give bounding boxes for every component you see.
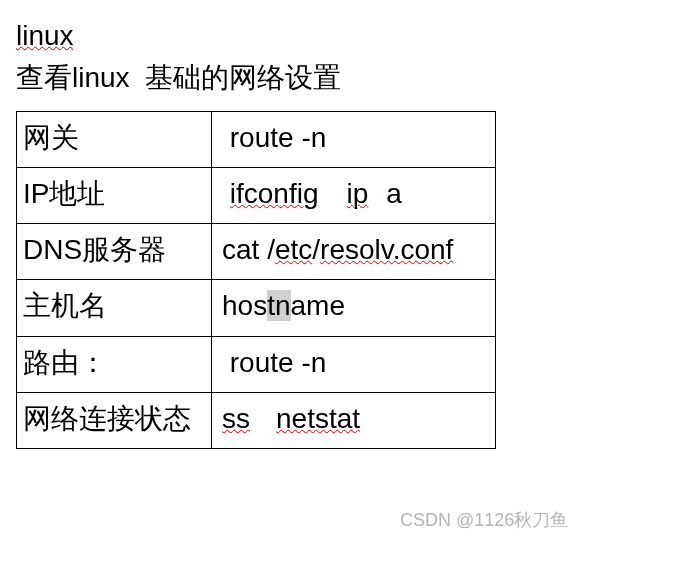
cmd-text: route -n [230,347,327,378]
cmd-text: route -n [230,122,327,153]
table-row: IP地址 ifconfigipa [17,167,496,223]
value-netstat: ssnetstat [212,392,496,448]
commands-table: 网关 route -n IP地址 ifconfigipa DNS服务器 cat … [16,111,496,449]
table-row: 路由： route -n [17,336,496,392]
cmd-text: ip [347,178,369,209]
subtitle-part-c: 基础的网络设置 [145,62,341,93]
label-netstat: 网络连接状态 [17,392,212,448]
cmd-text: hos [222,290,267,321]
label-ip: IP地址 [17,167,212,223]
cmd-text: ss [222,403,250,434]
page-title: linux [16,18,658,54]
value-route: route -n [212,336,496,392]
cmd-text: ame [291,290,345,321]
table-row: 主机名 hostname [17,280,496,336]
table-row: DNS服务器 cat /etc/resolv.conf [17,224,496,280]
cmd-text: ifconfig [230,178,319,209]
title-text: linux [16,20,74,51]
subtitle-part-a: 查看 [16,62,72,93]
cmd-text: etc [275,234,312,265]
subtitle-part-b: linux [72,62,130,93]
label-gateway: 网关 [17,111,212,167]
label-dns: DNS服务器 [17,224,212,280]
table-row: 网关 route -n [17,111,496,167]
value-gateway: route -n [212,111,496,167]
label-hostname: 主机名 [17,280,212,336]
value-dns: cat /etc/resolv.conf [212,224,496,280]
label-route: 路由： [17,336,212,392]
cmd-text-highlight: tn [267,290,290,321]
value-hostname: hostname [212,280,496,336]
cmd-text: cat / [222,234,275,265]
cmd-text: netstat [276,403,360,434]
page-subtitle: 查看linux 基础的网络设置 [16,60,658,96]
value-ip: ifconfigipa [212,167,496,223]
cmd-text: / [312,234,320,265]
table-row: 网络连接状态 ssnetstat [17,392,496,448]
cmd-text: resolv.conf [320,234,453,265]
cmd-text: a [386,178,402,209]
